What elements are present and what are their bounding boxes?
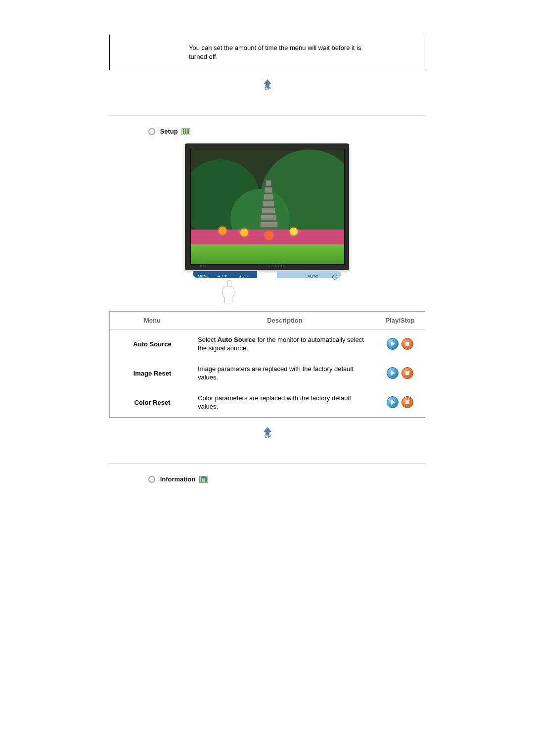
col-menu-header: Menu: [110, 311, 195, 330]
up-icon-label: UP: [265, 86, 271, 91]
setup-title-text: Setup: [160, 128, 178, 135]
pointer-hand-icon: [220, 280, 237, 304]
menu-cell: Color Reset: [110, 388, 195, 418]
divider-1: [109, 115, 425, 116]
bullet-ring-icon: [148, 128, 155, 135]
information-title-text: Information: [160, 475, 196, 483]
osd-source-label: SOURCE: [266, 264, 284, 268]
monitor-illustration: III SOURCE MENU ◄ / ▼ ▲ / ○ AUTO: [185, 143, 349, 304]
table-row: Color Reset Color parameters are replace…: [110, 388, 425, 418]
bullet-ring-icon: [148, 476, 155, 483]
up-link-1[interactable]: UP: [109, 79, 425, 95]
top-note-box: You can set the amount of time the menu …: [109, 35, 425, 70]
play-button[interactable]: [387, 338, 399, 350]
pagoda-icon: [260, 179, 277, 238]
play-button[interactable]: [387, 367, 399, 379]
osd-power-icon: [332, 275, 337, 280]
description-cell: Select Auto Source for the monitor to au…: [195, 329, 375, 359]
up-icon: UP: [257, 79, 277, 94]
monitor-button-bar: III SOURCE MENU ◄ / ▼ ▲ / ○ AUTO: [193, 269, 341, 279]
information-icon: [199, 476, 208, 483]
col-description-header: Description: [195, 311, 375, 330]
section-information-heading: Information: [148, 475, 425, 483]
up-icon: UP: [257, 427, 277, 442]
up-link-2[interactable]: UP: [109, 427, 425, 443]
stop-button[interactable]: [401, 367, 413, 379]
description-cell: Color parameters are replaced with the f…: [195, 388, 375, 418]
table-row: Image Reset Image parameters are replace…: [110, 359, 425, 388]
up-icon-label: UP: [265, 434, 271, 439]
osd-menu-label: MENU: [198, 274, 210, 279]
osd-auto-label: AUTO: [308, 274, 318, 279]
menu-cell: Image Reset: [110, 359, 195, 388]
play-button[interactable]: [387, 396, 399, 408]
col-playstop-header: Play/Stop: [375, 311, 425, 330]
setup-table: Menu Description Play/Stop Auto Source S…: [110, 311, 425, 418]
top-note-text: You can set the amount of time the menu …: [189, 44, 377, 61]
monitor-screen: [190, 149, 345, 265]
divider-2: [109, 463, 425, 464]
setup-sliders-icon: [181, 128, 190, 135]
table-row: Auto Source Select Auto Source for the m…: [110, 329, 425, 359]
menu-cell: Auto Source: [110, 329, 195, 359]
stop-button[interactable]: [401, 396, 413, 408]
osd-iii-label: III: [200, 264, 204, 268]
section-setup-heading: Setup: [148, 128, 425, 136]
osd-nav2-label: ▲ / ○: [238, 274, 248, 279]
osd-nav1-label: ◄ / ▼: [217, 274, 228, 279]
stop-button[interactable]: [401, 338, 413, 350]
description-cell: Image parameters are replaced with the f…: [195, 359, 375, 388]
